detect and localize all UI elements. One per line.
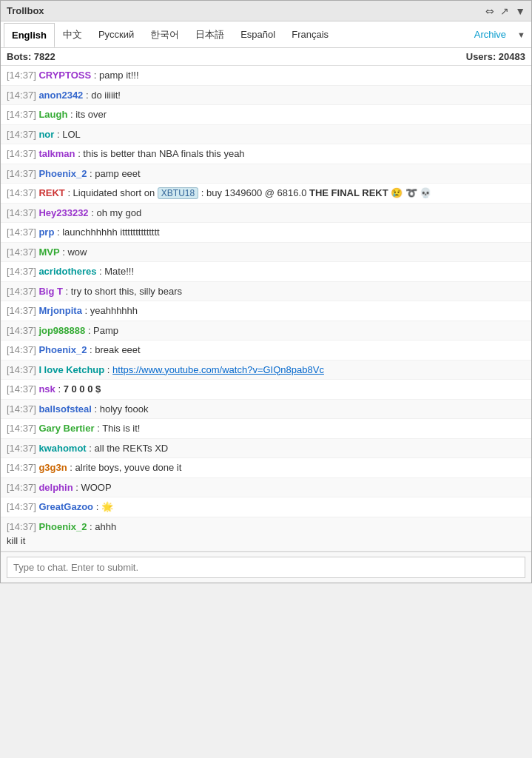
message-text: : launchhhhhh itttttttttttttt (57, 227, 160, 238)
list-item: [14:37] nor : LOL (1, 125, 531, 145)
username[interactable]: GreatGazoo (38, 501, 93, 512)
username[interactable]: acridotheres (38, 266, 96, 277)
username[interactable]: nor (38, 129, 54, 140)
message-text: : Liquidated short on (67, 187, 157, 198)
list-item: [14:37] Mrjonpita : yeahhhhhh (1, 301, 531, 321)
username[interactable]: nsk (38, 383, 55, 395)
message-text: : LOL (57, 129, 81, 140)
tab-archive[interactable]: Archive (466, 22, 514, 47)
message-text: : 7 0 0 0 $ (58, 383, 101, 395)
timestamp: [14:37] (7, 109, 38, 120)
message-text: : Pamp (88, 325, 118, 336)
username[interactable]: prp (38, 227, 54, 238)
username[interactable]: g3g3n (38, 462, 67, 473)
timestamp: [14:37] (7, 148, 38, 159)
tab-spanish[interactable]: Español (232, 22, 283, 47)
username[interactable]: I love Ketchup (38, 364, 104, 375)
list-item: [14:37] GreatGazoo : 🌟 (1, 497, 531, 517)
list-item: [14:37] Big T : try to short this, silly… (1, 282, 531, 302)
username[interactable]: Big T (38, 286, 63, 297)
message-text: : alrite boys, youve done it (70, 462, 181, 473)
contract-tag[interactable]: XBTU18 (158, 187, 198, 199)
username[interactable]: REKT (38, 187, 64, 198)
timestamp: [14:37] (7, 482, 38, 493)
pin-icon[interactable]: ⇔ (485, 5, 494, 17)
list-item: [14:37] acridotheres : Mate!!! (1, 262, 531, 282)
input-bar (1, 551, 531, 583)
list-item: [14:37] kwahomot : all the REKTs XD (1, 439, 531, 459)
tab-korean[interactable]: 한국어 (142, 21, 187, 48)
list-item: [14:37] MVP : wow (1, 243, 531, 263)
timestamp: [14:37] (7, 286, 38, 297)
message-text: : yeahhhhhh (85, 305, 138, 316)
username[interactable]: Gary Bertier (38, 423, 94, 434)
list-item: [14:37] Gary Bertier : This is it! (1, 419, 531, 439)
username[interactable]: kwahomot (38, 443, 86, 454)
timestamp: [14:37] (7, 266, 38, 277)
list-item: [14:37] Hey233232 : oh my god (1, 204, 531, 224)
list-item: [14:37] CRYPTOSS : pamp it!!! (1, 66, 531, 86)
username[interactable]: ballsofsteal (38, 403, 92, 415)
username[interactable]: Phoenix_2 (38, 521, 87, 532)
list-item: [14:37] anon2342 : do iiiiit! (1, 86, 531, 106)
timestamp: [14:37] (7, 364, 38, 375)
message-text: : this is better than NBA finals this ye… (78, 148, 244, 159)
timestamp: [14:37] (7, 521, 38, 532)
stats-bar: Bots: 7822 Users: 20483 (1, 48, 531, 66)
timestamp: [14:37] (7, 403, 38, 415)
message-text: : pamp eeet (90, 168, 141, 179)
message-text: : wow (62, 246, 87, 258)
timestamp: [14:37] (7, 90, 38, 101)
username[interactable]: talkman (38, 148, 75, 159)
timestamp: [14:37] (7, 305, 38, 316)
tab-french[interactable]: Français (283, 22, 337, 47)
username[interactable]: Phoenix_2 (38, 344, 87, 355)
timestamp: [14:37] (7, 325, 38, 336)
expand-icon[interactable]: ↗ (500, 5, 509, 17)
message-text: : pamp it!!! (94, 70, 139, 81)
username[interactable]: Phoenix_2 (38, 168, 87, 179)
chat-area: [14:37] CRYPTOSS : pamp it!!! [14:37] an… (1, 66, 531, 551)
timestamp: [14:37] (7, 462, 38, 473)
username[interactable]: anon2342 (38, 90, 83, 101)
message-link[interactable]: https://www.youtube.com/watch?v=GIQn8pab… (112, 364, 324, 375)
list-item: [14:37] Phoenix_2 : pamp eeet (1, 164, 531, 184)
username[interactable]: Hey233232 (38, 207, 88, 218)
timestamp: [14:37] (7, 443, 38, 454)
timestamp: [14:37] (7, 187, 38, 198)
message-text: : try to short this, silly bears (66, 286, 183, 297)
message-text: : oh my god (91, 207, 141, 218)
message-text: : This is it! (97, 423, 140, 434)
minimize-icon[interactable]: ▼ (515, 5, 525, 17)
message-text: : do iiiiit! (86, 90, 121, 101)
message-text: : its over (70, 109, 107, 120)
tab-russian[interactable]: Русский (90, 22, 142, 47)
bots-stat: Bots: 7822 (7, 51, 55, 62)
timestamp: [14:37] (7, 246, 38, 258)
username[interactable]: CRYPTOSS (38, 70, 91, 81)
trollbox-window: Trollbox ⇔ ↗ ▼ English 中文 Русский 한국어 日本… (0, 0, 532, 583)
chat-input[interactable] (7, 557, 525, 578)
window-controls: ⇔ ↗ ▼ (485, 5, 525, 17)
timestamp: [14:37] (7, 423, 38, 434)
username[interactable]: jop988888 (38, 325, 85, 336)
username[interactable]: Laugh (38, 109, 67, 120)
list-item: [14:37] ballsofsteal : holyy foook (1, 400, 531, 420)
tab-english[interactable]: English (4, 23, 55, 47)
timestamp: [14:37] (7, 501, 38, 512)
list-item: [14:37] Phoenix_2 : ahhhkill it (1, 517, 531, 551)
tab-japanese[interactable]: 日本語 (187, 21, 232, 48)
tab-bar: English 中文 Русский 한국어 日本語 Español Franç… (1, 21, 531, 48)
list-item: [14:37] nsk : 7 0 0 0 $ (1, 380, 531, 400)
username[interactable]: delphin (38, 482, 73, 493)
username[interactable]: MVP (38, 246, 59, 258)
list-item: [14:37] REKT : Liquidated short on XBTU1… (1, 184, 531, 204)
message-text: : Mate!!! (99, 266, 134, 277)
users-stat: Users: 20483 (466, 51, 525, 62)
username[interactable]: Mrjonpita (38, 305, 82, 316)
timestamp: [14:37] (7, 227, 38, 238)
tab-chinese[interactable]: 中文 (55, 21, 90, 48)
timestamp: [14:37] (7, 344, 38, 355)
tab-dropdown-icon[interactable]: ▼ (514, 30, 528, 39)
list-item: [14:37] g3g3n : alrite boys, youve done … (1, 458, 531, 478)
